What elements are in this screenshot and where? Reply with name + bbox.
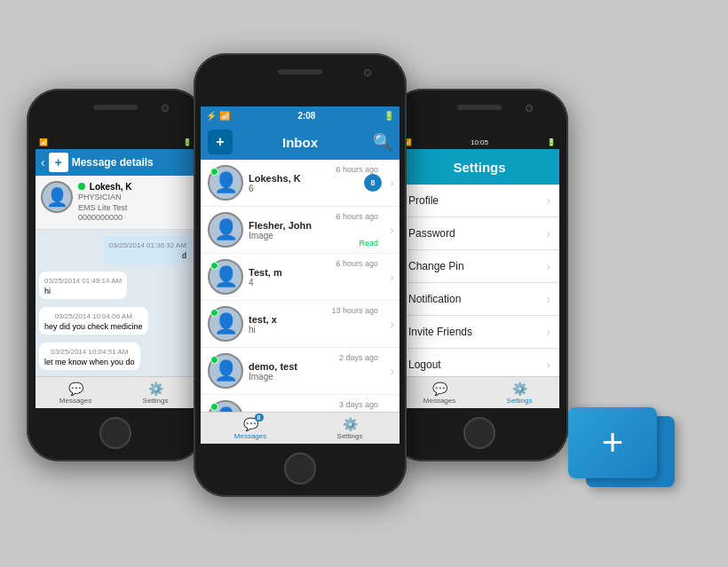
message-scroll-area: 03/25/2014 01:36:32 AM d 03/25/2014 01:4…: [36, 230, 195, 376]
messages-label-mid: Messages: [234, 432, 266, 440]
time-mid: 2:08: [297, 111, 315, 121]
settings-label-logout: Logout: [408, 358, 441, 371]
camera-mid: [364, 69, 371, 76]
bottom-tabs-right: 💬 Messages ⚙️ Settings: [400, 376, 559, 408]
settings-icon-mid: ⚙️: [343, 417, 358, 431]
contact-phone: 0000000000: [78, 213, 132, 224]
settings-title: Settings: [453, 160, 505, 175]
tab-messages-mid[interactable]: 💬 8 Messages: [201, 413, 300, 444]
home-button-left[interactable]: [99, 417, 131, 449]
logo-folder: +: [568, 398, 675, 487]
messages-tab-icon: 💬: [68, 382, 83, 396]
speaker-right: [457, 105, 502, 110]
time-right: 10:05: [471, 138, 488, 146]
home-button-right[interactable]: [463, 417, 495, 449]
settings-label-invite: Invite Friends: [408, 326, 472, 338]
chevron-1: ›: [390, 176, 394, 190]
inbox-preview-5: Image: [249, 372, 392, 382]
online-dot-6: [210, 403, 218, 411]
tab-settings-left[interactable]: ⚙️ Settings: [115, 377, 195, 408]
inbox-read-2: Read: [359, 239, 378, 248]
inbox-name-4: test, x: [249, 314, 392, 325]
folder-plus-icon: +: [602, 424, 624, 461]
msg-timestamp-2: 03/25/2014 01:49:14 AM: [44, 277, 122, 285]
camera-left: [162, 105, 169, 112]
contact-details: Lokesh, K PHYSICIAN EMS Lite Test 000000…: [78, 181, 132, 224]
inbox-avatar-2: 👤: [208, 212, 243, 248]
home-button-mid[interactable]: [284, 453, 316, 484]
online-indicator: [78, 183, 85, 190]
plus-icon: +: [55, 155, 62, 169]
battery-right: 🔋: [547, 138, 556, 146]
speaker-mid: [278, 69, 322, 75]
inbox-info-4: test, x hi: [249, 314, 392, 335]
settings-tab-label: Settings: [143, 397, 169, 405]
inbox-name-5: demo, test: [249, 361, 392, 372]
camera-right: [526, 105, 533, 112]
settings-header: Settings: [400, 149, 559, 185]
bottom-tabs-left: 💬 Messages ⚙️ Settings: [36, 376, 195, 408]
chevron-5: ›: [390, 364, 394, 378]
inbox-item-3[interactable]: 👤 Test, m 4 6 hours ago ›: [201, 254, 400, 301]
inbox-time-5: 2 days ago: [339, 353, 378, 362]
chevron-profile: ›: [546, 193, 550, 208]
app-logo: +: [568, 398, 675, 487]
inbox-time-1: 6 hours ago: [336, 165, 378, 174]
tab-messages-left[interactable]: 💬 Messages: [36, 377, 115, 408]
settings-item-password[interactable]: Password ›: [400, 217, 559, 250]
settings-item-invite[interactable]: Invite Friends ›: [400, 316, 559, 349]
chevron-2: ›: [390, 223, 394, 237]
tab-settings-right[interactable]: ⚙️ Settings: [479, 377, 559, 408]
status-bar-left: 📶 🔋: [36, 135, 195, 149]
folder-front: +: [568, 407, 657, 478]
screen-left: 📶 🔋 ‹ + Message details 👤 Lokesh, K PHYS…: [36, 135, 195, 408]
inbox-title: Inbox: [282, 135, 318, 150]
inbox-item-5[interactable]: 👤 demo, test Image 2 days ago ›: [201, 348, 400, 395]
phone-right: 📶 10:05 🔋 Settings Profile › Password › …: [391, 89, 568, 461]
messages-badge-mid: 8: [255, 413, 264, 421]
chevron-invite: ›: [546, 325, 550, 339]
inbox-info-2: Flesher, John Image: [249, 220, 392, 240]
msg-text-3: hey did you check medicine: [44, 322, 143, 331]
messages-icon-right: 💬: [432, 382, 447, 396]
settings-item-profile[interactable]: Profile ›: [400, 185, 559, 217]
inbox-list: 👤 Lokeshs, K 6 6 hours ago 8 › 👤 Flesher…: [201, 160, 400, 442]
msg-text-1: d: [182, 251, 186, 260]
status-bar-mid: ⚡ 📶 2:08 🔋: [201, 106, 400, 124]
plus-box-icon[interactable]: +: [49, 153, 68, 172]
inbox-item-4[interactable]: 👤 test, x hi 13 hours ago ›: [201, 301, 400, 348]
inbox-time-2: 6 hours ago: [336, 212, 378, 221]
inbox-logo-btn[interactable]: +: [208, 130, 233, 154]
contact-area: 👤 Lokesh, K PHYSICIAN EMS Lite Test 0000…: [36, 176, 195, 230]
message-bubble: 03/25/2014 10:04:51 AM let me know when …: [39, 343, 140, 370]
status-bar-right: 📶 10:05 🔋: [400, 135, 559, 149]
settings-icon-right: ⚙️: [512, 382, 527, 396]
chevron-4: ›: [390, 317, 394, 331]
msg-text-2: hi: [44, 287, 51, 295]
tab-settings-mid[interactable]: ⚙️ Settings: [300, 413, 400, 444]
inbox-avatar-5: 👤: [208, 353, 243, 389]
inbox-item-2[interactable]: 👤 Flesher, John Image 6 hours ago Read ›: [201, 207, 400, 254]
bottom-tabs-mid: 💬 8 Messages ⚙️ Settings: [201, 412, 400, 444]
messages-tab-label: Messages: [59, 397, 91, 405]
tab-messages-right[interactable]: 💬 Messages: [400, 377, 479, 408]
phone-mid: ⚡ 📶 2:08 🔋 + Inbox 🔍 👤 Lokeshs, K 6 6: [194, 53, 407, 497]
inbox-avatar-1: 👤: [208, 165, 243, 201]
contact-org: EMS Lite Test: [78, 203, 132, 214]
msg-timestamp-4: 03/25/2014 10:04:51 AM: [44, 348, 135, 356]
messages-label-right: Messages: [423, 397, 455, 405]
settings-item-pin[interactable]: Change Pin ›: [400, 250, 559, 283]
settings-item-notification[interactable]: Notification ›: [400, 283, 559, 316]
inbox-time-3: 6 hours ago: [336, 259, 378, 268]
search-icon[interactable]: 🔍: [373, 132, 392, 152]
back-arrow[interactable]: ‹: [41, 155, 45, 169]
screen-mid: ⚡ 📶 2:08 🔋 + Inbox 🔍 👤 Lokeshs, K 6 6: [201, 106, 400, 444]
inbox-item-1[interactable]: 👤 Lokeshs, K 6 6 hours ago 8 ›: [201, 160, 400, 207]
inbox-preview-4: hi: [249, 325, 392, 335]
settings-label-mid: Settings: [337, 432, 363, 440]
message-bubble: 03/25/2014 01:49:14 AM hi: [39, 272, 127, 299]
online-dot-3: [210, 262, 218, 270]
phone-left: 📶 🔋 ‹ + Message details 👤 Lokesh, K PHYS…: [27, 89, 204, 461]
contact-name: Lokesh, K: [78, 181, 132, 193]
settings-label-notification: Notification: [408, 293, 461, 305]
